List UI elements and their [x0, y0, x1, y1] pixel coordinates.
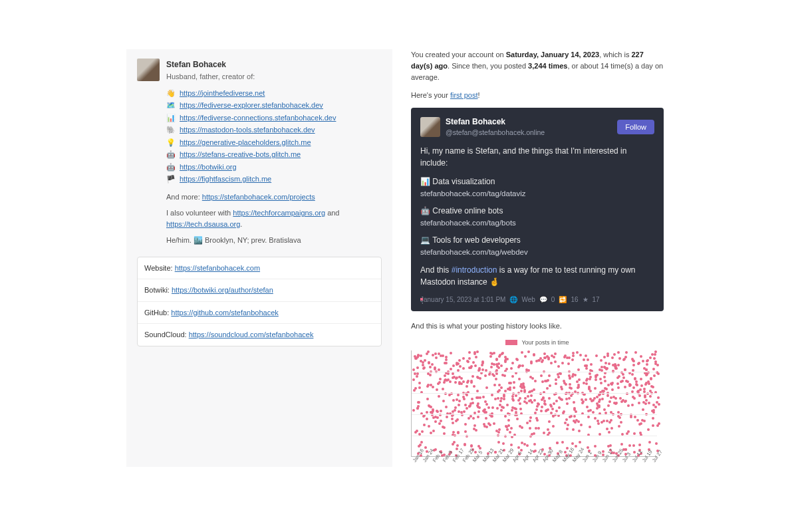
meta-link[interactable]: https://stefanbohacek.com [175, 264, 260, 272]
interest-title: Creative online bots [432, 206, 503, 215]
profile-volunteer: I also volunteer with https://techforcam… [166, 207, 382, 229]
post-meta: January 15, 2023 at 1:01 PM 🌐 Web 💬0 🔁16… [420, 295, 654, 305]
link-emoji-icon: 🐘 [166, 124, 176, 136]
link-emoji-icon: 📊 [166, 112, 176, 124]
volunteer-suffix: . [240, 220, 242, 228]
profile-link-item: 🏴 https://fightfascism.glitch.me [166, 174, 382, 185]
account-summary: You created your account on Saturday, Ja… [411, 49, 664, 83]
profile-link-item: 🐘 https://mastodon-tools.stefanbohacek.d… [166, 124, 382, 136]
profile-link-item: 📊 https://fediverse-connections.stefanbo… [166, 112, 382, 124]
profile-tagline: Husband, father, creator of: [166, 71, 255, 82]
post-outro: And this #introduction is a way for me t… [420, 264, 654, 288]
avatar [137, 59, 160, 81]
interest-item: 💻 Tools for web developersstefanbohacek.… [420, 234, 654, 258]
profile-link[interactable]: https://fediverse-connections.stefanboha… [180, 112, 336, 124]
post-intro: Hi, my name is Stefan, and the things th… [420, 145, 654, 169]
legend-label: Your posts in time [521, 339, 569, 346]
meta-row: Website: https://stefanbohacek.com [138, 257, 381, 280]
post-hashtag[interactable]: #introduction [452, 265, 497, 275]
more-prefix: And more: [166, 193, 202, 201]
profile-link-item: 👋 https://jointhefediverse.net [166, 88, 382, 99]
interest-title: Tools for web developers [432, 235, 521, 245]
boost-icon: 🔁 [559, 295, 567, 305]
first-post-link[interactable]: first post [450, 91, 478, 99]
profile-link[interactable]: https://generative-placeholders.glitch.m… [180, 137, 311, 148]
post-client: Web [521, 295, 535, 305]
profile-link[interactable]: https://jointhefediverse.net [180, 88, 265, 99]
meta-label: Botwiki: [144, 286, 172, 294]
profile-link-item: 💡 https://generative-placeholders.glitch… [166, 137, 382, 148]
summary-text: , which is [599, 51, 631, 59]
interest-url: stefanbohacek.com/tag/webdev [420, 248, 528, 256]
profile-name: Stefan Bohacek [166, 59, 255, 70]
follow-button[interactable]: Follow [617, 120, 654, 134]
globe-icon: 🌐 [509, 295, 517, 305]
profile-header: Stefan Bohacek Husband, father, creator … [137, 59, 382, 82]
boost-count: 16 [571, 295, 578, 305]
link-emoji-icon: 💡 [166, 137, 176, 148]
first-post-line: Here's your first post! [411, 90, 664, 101]
meta-link[interactable]: https://github.com/stefanbohacek [171, 309, 278, 317]
interest-emoji-icon: 💻 [420, 235, 430, 245]
chart-dots [412, 350, 657, 456]
link-emoji-icon: 🤖 [166, 149, 176, 160]
profile-link[interactable]: https://botwiki.org [180, 162, 237, 173]
interest-emoji-icon: 🤖 [420, 206, 430, 215]
post-count: 3,244 times [528, 62, 567, 70]
history-lead: And this is what your posting history lo… [411, 321, 664, 332]
profile-link[interactable]: https://fightfascism.glitch.me [180, 174, 271, 185]
interest-item: 🤖 Creative online botsstefanbohacek.com/… [420, 205, 654, 229]
legend-swatch [505, 340, 517, 345]
profile-link[interactable]: https://fediverse-explorer.stefanbohacek… [180, 100, 323, 111]
profile-link[interactable]: https://stefans-creative-bots.glitch.me [180, 149, 301, 160]
profile-more: And more: https://stefanbohacek.com/proj… [166, 192, 382, 203]
meta-row: SoundCloud: https://soundcloud.com/stefa… [138, 324, 381, 346]
chart-x-labels: Jan 16Jan 24Feb 1Feb 9Feb 17Feb 25Mar 5M… [411, 460, 657, 467]
summary-text: . Since then, you posted [448, 62, 528, 70]
first-post-tail: ! [478, 91, 480, 99]
volunteer-link-1[interactable]: https://techforcampaigns.org [233, 209, 325, 217]
interest-emoji-icon: 📊 [420, 177, 430, 186]
interest-url: stefanbohacek.com/tag/dataviz [420, 190, 526, 198]
profile-footer: He/him. 🏙️ Brooklyn, NY; prev. Bratislav… [166, 235, 382, 246]
reply-icon: 💬 [539, 295, 547, 305]
meta-label: SoundCloud: [144, 331, 189, 338]
first-post-lead: Here's your [411, 91, 450, 99]
profile-link[interactable]: https://mastodon-tools.stefanbohacek.dev [180, 124, 315, 136]
more-link[interactable]: https://stefanbohacek.com/projects [202, 193, 315, 201]
post-identity: Stefan Bohacek @stefan@stefanbohacek.onl… [446, 116, 612, 138]
meta-link[interactable]: https://soundcloud.com/stefanbohacek [189, 331, 314, 338]
post-interests: 📊 Data visualizationstefanbohacek.com/ta… [420, 176, 654, 259]
chart-legend: Your posts in time [411, 338, 664, 348]
meta-link[interactable]: https://botwiki.org/author/stefan [172, 286, 273, 294]
link-emoji-icon: 🏴 [166, 174, 176, 185]
profile-link-item: 🤖 https://botwiki.org [166, 162, 382, 173]
post-author-name: Stefan Bohacek [446, 116, 612, 128]
post-body: Hi, my name is Stefan, and the things th… [420, 145, 654, 288]
link-emoji-icon: 🗺️ [166, 100, 176, 111]
volunteer-link-2[interactable]: https://tech.dsausa.org [166, 220, 240, 228]
profile-bio: 👋 https://jointhefediverse.net🗺️ https:/… [166, 88, 382, 246]
stats-column: You created your account on Saturday, Ja… [411, 49, 664, 467]
summary-text: You created your account on [411, 51, 506, 59]
interest-title: Data visualization [432, 177, 495, 186]
post-author-handle: @stefan@stefanbohacek.online [446, 128, 612, 138]
first-post-card: Stefan Bohacek @stefan@stefanbohacek.onl… [411, 108, 664, 311]
created-date: Saturday, January 14, 2023 [506, 51, 599, 59]
posting-history-chart: Your posts in time Jan 16Jan 24Feb 1Feb … [411, 338, 664, 467]
post-outro-a: And this [420, 265, 452, 275]
fav-count: 17 [593, 295, 600, 305]
meta-row: Botwiki: https://botwiki.org/author/stef… [138, 279, 381, 302]
interest-item: 📊 Data visualizationstefanbohacek.com/ta… [420, 176, 654, 200]
reply-count: 0 [551, 295, 555, 305]
meta-label: GitHub: [144, 309, 171, 317]
star-icon: ★ [583, 295, 589, 305]
profile-card: Stefan Bohacek Husband, father, creator … [126, 49, 392, 467]
chart-area [411, 350, 657, 457]
meta-row: GitHub: https://github.com/stefanbohacek [138, 302, 381, 325]
meta-label: Website: [144, 264, 175, 272]
link-emoji-icon: 👋 [166, 88, 176, 99]
interest-url: stefanbohacek.com/tag/bots [420, 219, 516, 227]
volunteer-prefix: I also volunteer with [166, 209, 233, 217]
profile-links: 👋 https://jointhefediverse.net🗺️ https:/… [166, 88, 382, 185]
